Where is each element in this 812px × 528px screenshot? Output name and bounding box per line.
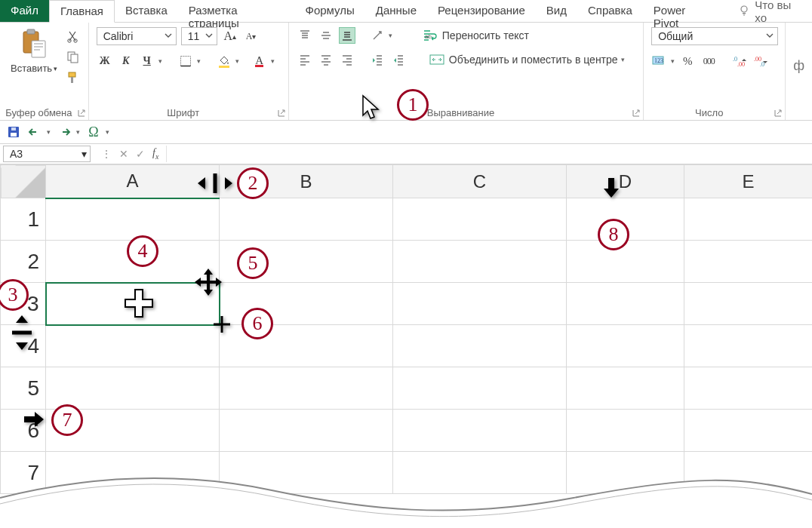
number-format-combo[interactable]: Общий <box>651 27 778 45</box>
cell[interactable] <box>393 410 567 452</box>
name-box[interactable]: A3 ▾ <box>3 146 91 162</box>
chevron-down-icon[interactable]: ▾ <box>106 128 109 136</box>
cell[interactable] <box>46 367 220 410</box>
chevron-down-icon[interactable]: ▾ <box>158 57 162 65</box>
tab-file[interactable]: Файл <box>0 0 49 22</box>
cell[interactable] <box>567 241 684 283</box>
decrease-decimal-button[interactable]: .00.0 <box>753 53 770 69</box>
omega-symbol-button[interactable]: Ω <box>86 124 101 140</box>
chevron-down-icon[interactable]: ▾ <box>235 57 239 65</box>
tab-view[interactable]: Вид <box>536 0 577 22</box>
formula-dots-icon[interactable]: ⋮ <box>101 148 112 160</box>
percent-format-button[interactable]: % <box>679 53 696 69</box>
cell[interactable] <box>567 452 684 494</box>
comma-format-button[interactable]: 000 <box>700 53 717 69</box>
formula-input[interactable] <box>166 146 812 162</box>
font-color-button[interactable]: A <box>251 53 268 69</box>
cell[interactable] <box>684 198 813 241</box>
undo-button[interactable] <box>27 124 42 140</box>
font-size-combo[interactable]: 11 <box>181 27 217 45</box>
cell[interactable] <box>393 241 567 283</box>
cut-button[interactable] <box>66 30 80 46</box>
paste-button[interactable]: Вставить ▾ <box>8 27 60 75</box>
cell[interactable] <box>220 452 393 494</box>
cell[interactable] <box>393 325 567 367</box>
chevron-down-icon[interactable]: ▾ <box>47 128 51 136</box>
decrease-indent-button[interactable] <box>369 51 386 68</box>
tab-data[interactable]: Данные <box>365 0 427 22</box>
orientation-button[interactable] <box>369 27 386 44</box>
cell[interactable] <box>220 367 393 410</box>
chevron-down-icon[interactable]: ▾ <box>271 57 275 65</box>
chevron-down-icon[interactable]: ▾ <box>389 32 392 39</box>
align-top-button[interactable] <box>297 27 313 44</box>
accounting-format-button[interactable]: 123 <box>651 53 668 69</box>
font-name-combo[interactable]: Calibri <box>97 27 177 45</box>
cell[interactable] <box>46 198 220 241</box>
align-middle-button[interactable] <box>318 27 334 44</box>
fill-color-button[interactable] <box>216 53 232 69</box>
chevron-down-icon[interactable]: ▾ <box>197 57 201 65</box>
bold-button[interactable]: Ж <box>97 53 113 69</box>
cell[interactable] <box>567 325 684 367</box>
tab-home[interactable]: Главная <box>49 0 115 23</box>
chevron-down-icon[interactable]: ▾ <box>76 128 80 136</box>
tell-me[interactable]: Что вы хо <box>727 0 812 22</box>
row-header[interactable]: 1 <box>1 198 46 241</box>
cell[interactable] <box>393 367 567 410</box>
align-right-button[interactable] <box>339 51 355 68</box>
align-center-button[interactable] <box>318 51 334 68</box>
cell[interactable] <box>393 283 567 325</box>
increase-decimal-button[interactable]: .0.00 <box>732 53 749 69</box>
align-left-button[interactable] <box>297 51 313 68</box>
cell[interactable] <box>393 198 567 241</box>
align-bottom-button[interactable] <box>339 27 355 44</box>
wrap-text-button[interactable]: ab Переносить текст <box>423 27 529 44</box>
cell[interactable] <box>684 452 813 494</box>
cell[interactable] <box>393 452 567 494</box>
cell[interactable] <box>46 325 220 367</box>
column-header[interactable]: A <box>46 165 220 198</box>
row-header[interactable]: 7 <box>1 452 46 494</box>
save-button[interactable] <box>6 124 21 140</box>
increase-indent-button[interactable] <box>390 51 407 68</box>
format-painter-button[interactable] <box>66 71 80 87</box>
cell[interactable] <box>684 367 813 410</box>
cell[interactable] <box>567 367 684 410</box>
column-header[interactable]: C <box>393 165 567 198</box>
fx-icon[interactable]: fx <box>152 147 158 161</box>
row-header[interactable]: 2 <box>1 241 46 283</box>
dialog-launcher-icon[interactable] <box>77 108 86 117</box>
merge-center-button[interactable]: Объединить и поместить в центре ▾ <box>429 51 625 68</box>
copy-button[interactable] <box>66 51 80 66</box>
cell[interactable] <box>220 198 393 241</box>
chevron-down-icon[interactable]: ▾ <box>671 57 675 65</box>
tab-page-layout[interactable]: Разметка страницы <box>178 0 295 22</box>
column-header[interactable]: E <box>684 165 813 198</box>
column-header[interactable]: D <box>567 165 684 198</box>
italic-button[interactable]: К <box>118 53 134 69</box>
select-all-corner[interactable] <box>1 165 46 198</box>
cell[interactable] <box>46 452 220 494</box>
borders-button[interactable] <box>177 53 194 69</box>
enter-icon[interactable]: ✓ <box>136 148 145 160</box>
tab-formulas[interactable]: Формулы <box>295 0 365 22</box>
cell[interactable] <box>567 410 684 452</box>
tab-help[interactable]: Справка <box>577 0 643 22</box>
cell[interactable] <box>567 283 684 325</box>
tab-review[interactable]: Рецензирование <box>427 0 536 22</box>
dialog-launcher-icon[interactable] <box>632 108 641 117</box>
cell[interactable] <box>684 325 813 367</box>
cell[interactable] <box>220 410 393 452</box>
increase-font-button[interactable]: A▴ <box>222 28 238 45</box>
decrease-font-button[interactable]: A▾ <box>243 28 260 45</box>
redo-button[interactable] <box>57 124 72 140</box>
cell[interactable] <box>684 283 813 325</box>
cell[interactable] <box>684 410 813 452</box>
tab-insert[interactable]: Вставка <box>115 0 178 22</box>
dialog-launcher-icon[interactable] <box>774 108 783 117</box>
row-header[interactable]: 5 <box>1 367 46 410</box>
underline-button[interactable]: Ч <box>139 53 155 69</box>
cell[interactable] <box>684 241 813 283</box>
tab-powerpivot[interactable]: Power Pivot <box>643 0 721 22</box>
